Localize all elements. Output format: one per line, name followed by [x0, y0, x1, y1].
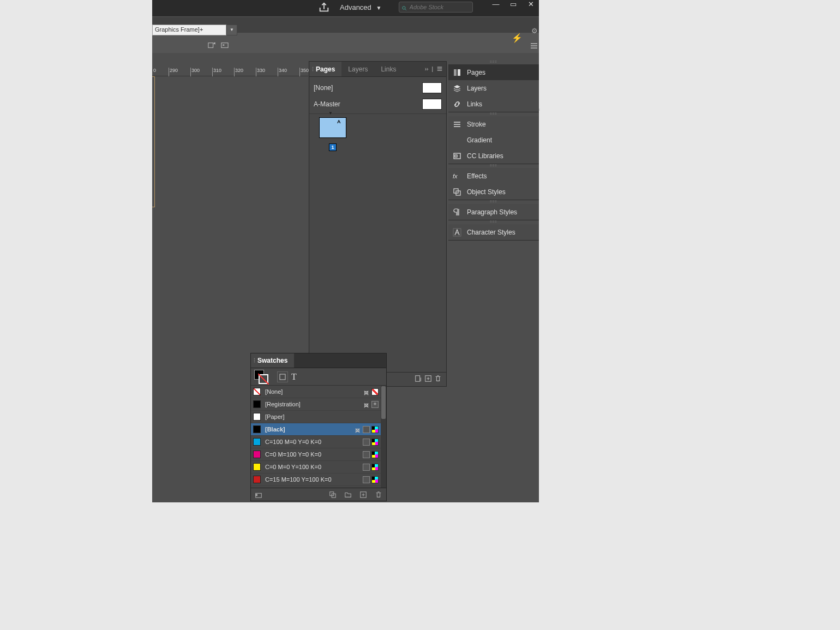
svg-rect-19	[256, 494, 257, 496]
search-input[interactable]	[410, 4, 470, 10]
delete-page-icon[interactable]	[433, 375, 443, 384]
swatches-toolbar: T	[251, 368, 386, 386]
svg-rect-12	[416, 376, 420, 382]
swatch-row[interactable]: [Paper]	[251, 411, 381, 423]
text-formatting-icon[interactable]: T	[291, 372, 297, 382]
fx-icon: fx	[453, 172, 461, 181]
lock-icon	[363, 401, 370, 408]
dock-item-label: Layers	[467, 85, 487, 92]
master-letter: A	[337, 119, 341, 124]
dock-grip[interactable]: ≡≡≡	[448, 112, 539, 116]
swatch-options-icon[interactable]	[328, 490, 337, 499]
svg-rect-5	[453, 138, 461, 142]
dock-item-gradient[interactable]: Gradient	[448, 132, 539, 148]
swatch-name: [None]	[265, 388, 358, 395]
app-window: Advanced ▼ — ▭ ✕ Graphics Frame]+ ▼ ⚙ ⚡ …	[152, 0, 539, 502]
swatch-row[interactable]: C=0 M=0 Y=100 K=0	[251, 461, 381, 473]
none-ind-icon	[371, 388, 379, 395]
swatch-row[interactable]: C=0 M=100 Y=0 K=0	[251, 448, 381, 461]
gear-icon[interactable]: ⚙	[531, 27, 538, 35]
panel-menu-icon[interactable]	[530, 42, 538, 52]
page-thumbnail[interactable]: A	[319, 117, 346, 138]
tab-swatches[interactable]: ⋮ Swatches	[251, 353, 294, 368]
ruler-tick	[278, 68, 278, 76]
tab-links[interactable]: Links	[374, 62, 403, 76]
panel-menu-icon[interactable]	[436, 66, 443, 73]
tab-layers[interactable]: Layers	[341, 62, 374, 76]
swatch-name: [Black]	[265, 426, 350, 433]
delete-swatch-icon[interactable]	[374, 490, 383, 499]
new-page-icon[interactable]	[423, 375, 433, 384]
dock-grip[interactable]: ≡≡≡	[448, 164, 539, 168]
fit-content-icon[interactable]	[208, 41, 215, 51]
master-page-row[interactable]: [None]	[314, 80, 442, 96]
scrollbar[interactable]	[381, 386, 386, 488]
ruler-label: 350	[301, 68, 309, 73]
swatch-row[interactable]: C=100 M=0 Y=0 K=0	[251, 436, 381, 448]
swatch-row[interactable]: [None]	[251, 386, 381, 398]
cclib-icon	[453, 152, 461, 160]
dock-item-effects[interactable]: fxEffects	[448, 168, 539, 184]
ruler-label: 330	[257, 68, 265, 73]
dock-item-character-styles[interactable]: Character Styles	[448, 224, 539, 240]
dock-item-label: Effects	[467, 172, 487, 180]
close-button[interactable]: ✕	[526, 0, 536, 8]
ruler-tick	[169, 68, 169, 76]
dock-grip[interactable]: ≡≡≡	[448, 200, 539, 204]
folder-icon[interactable]	[344, 490, 352, 499]
minimize-button[interactable]: —	[491, 0, 501, 8]
master-separator[interactable]: ▼	[309, 113, 446, 114]
dock-item-cc-libraries[interactable]: CC Libraries	[448, 148, 539, 164]
lock-icon	[354, 426, 361, 433]
window-buttons: — ▭ ✕	[491, 0, 536, 8]
dock-item-label: Paragraph Styles	[467, 208, 517, 216]
swatch-row[interactable]: [Registration]	[251, 398, 381, 411]
tab-pages[interactable]: ⋮Pages	[309, 62, 341, 76]
gpu-bolt-icon[interactable]: ⚡	[512, 33, 523, 43]
ruler-tick	[234, 68, 235, 76]
edit-page-size-icon[interactable]	[413, 375, 423, 384]
style-combo[interactable]: Graphics Frame]+	[152, 25, 226, 35]
spot-icon	[363, 439, 370, 446]
dock-item-paragraph-styles[interactable]: Paragraph Styles	[448, 204, 539, 220]
scrollbar-thumb[interactable]	[381, 386, 386, 419]
pages-panel: ⋮PagesLayersLinks ›› | [None]A-Master ▼ …	[309, 61, 447, 387]
dock-grip[interactable]: ≡≡≡	[448, 220, 539, 224]
container-formatting-icon[interactable]	[277, 371, 288, 382]
dock-item-stroke[interactable]: Stroke	[448, 116, 539, 132]
stroke-swatch[interactable]	[259, 374, 268, 384]
maximize-button[interactable]: ▭	[508, 0, 518, 8]
master-page-row[interactable]: A-Master	[314, 96, 442, 112]
charstyles-icon	[453, 228, 461, 237]
fill-stroke-proxy[interactable]	[254, 370, 268, 384]
dock-item-links[interactable]: Links	[448, 96, 539, 112]
gradient-icon	[453, 136, 461, 145]
new-swatch-icon[interactable]	[359, 490, 368, 499]
tab-label: Links	[381, 65, 396, 73]
master-thumbnail[interactable]	[422, 82, 442, 93]
dock-grip[interactable]: ≡≡≡	[448, 61, 539, 64]
share-icon[interactable]	[318, 2, 330, 13]
panel-collapse-icon[interactable]: ››	[425, 66, 429, 72]
layers-icon	[453, 84, 461, 93]
swatch-row[interactable]: [Black]	[251, 423, 381, 436]
swatch-icons	[363, 388, 379, 395]
swatch-chip	[253, 476, 261, 483]
horizontal-ruler[interactable]: 0290300310320330340350	[152, 68, 308, 76]
swatch-row[interactable]: C=15 M=100 Y=100 K=0	[251, 473, 381, 486]
master-thumbnail[interactable]	[422, 99, 442, 110]
dock-item-layers[interactable]: Layers	[448, 80, 539, 96]
cmyk-icon	[371, 439, 379, 446]
ruler-label: 340	[279, 68, 287, 73]
adobe-stock-search[interactable]	[399, 2, 473, 13]
chevron-down-icon: ▼	[376, 5, 381, 11]
dock-item-pages[interactable]: Pages	[448, 64, 539, 80]
pages-area[interactable]: A1	[309, 114, 446, 372]
page-number-badge[interactable]: 1	[329, 143, 337, 151]
new-color-group-icon[interactable]	[254, 490, 263, 499]
dock-item-label: Pages	[467, 69, 485, 76]
style-combo-dropdown[interactable]: ▼	[226, 25, 237, 35]
fit-frame-icon[interactable]	[221, 41, 229, 51]
workspace-dropdown[interactable]: Advanced ▼	[340, 3, 381, 11]
dock-item-object-styles[interactable]: Object Styles	[448, 184, 539, 200]
